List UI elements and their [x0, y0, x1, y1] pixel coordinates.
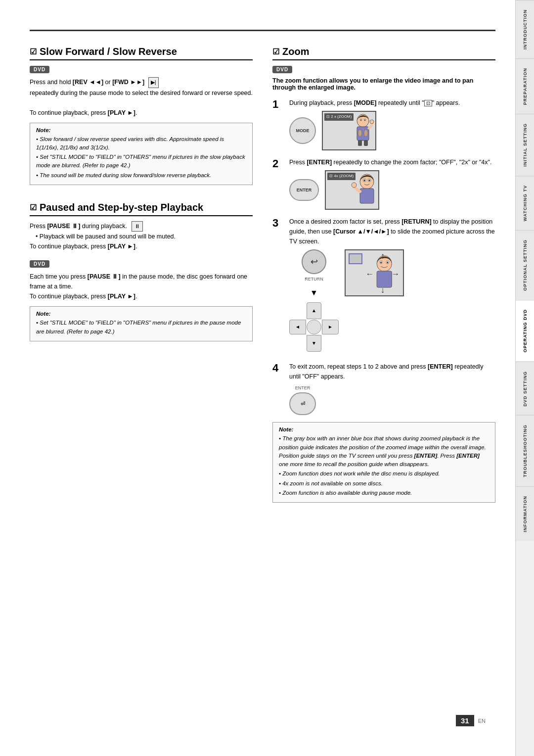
sidebar-tab-operating-dvd: OPERATING DVD	[516, 300, 534, 361]
slow-forward-section: ☑ Slow Forward / Slow Reverse DVD Press …	[30, 46, 253, 185]
sidebar-tab-optional-setting: OPTIONAL SETTING	[516, 230, 534, 300]
paused-p3: Each time you press [PAUSE ⏸] in the pau…	[30, 272, 253, 291]
nav-center	[307, 320, 321, 334]
zoom-screen-1: ⊡ 2 x (ZOOM)	[322, 111, 376, 150]
step-3-screen: ← → ↑ ↓	[345, 249, 404, 296]
paused-bullet1: • Playback will be paused and sound will…	[30, 232, 253, 241]
paused-p1: Press [PAUSE ⏸] during playback. ⏸	[30, 221, 253, 232]
zoom-screen-2: ⊡ 4x (ZOOM)	[325, 170, 379, 210]
sidebar-tab-introduction: INTRODUCTION	[516, 0, 534, 58]
paused-body2: Each time you press [PAUSE ⏸] in the pau…	[30, 272, 253, 301]
character-3: ← → ↑ ↓	[361, 253, 403, 295]
slow-forward-p2: repeatedly during the pause mode to sele…	[30, 88, 253, 98]
return-icon: ↩	[311, 255, 318, 269]
svg-point-23	[387, 262, 388, 264]
fwd-icon-indicator: ▶|	[148, 77, 159, 88]
zoom-note-3: • 4x zoom is not available on some discs…	[279, 479, 489, 488]
paused-p4: To continue playback, press [PLAY ►].	[30, 291, 253, 301]
zoom-title: ☑ Zoom	[272, 46, 495, 60]
mode-button: MODE	[289, 117, 316, 144]
zoom-note: Note: • The gray box with an inner blue …	[272, 422, 495, 503]
step-3-images: ↩ RETURN ▼ ▲ ▼	[289, 249, 495, 355]
step-2-content: Press [ENTER] repeatedly to change the z…	[289, 157, 495, 210]
pause-icon-indicator: ⏸	[132, 221, 143, 232]
zoom-step-4: 4 To exit zoom, repeat steps 1 to 2 abov…	[272, 362, 495, 415]
step-2-images: ENTER ⊡ 4x (ZOOM)	[289, 170, 495, 210]
svg-text:→: →	[391, 269, 400, 279]
svg-point-9	[364, 119, 365, 121]
svg-rect-12	[360, 189, 374, 203]
enter-btn-container-2: ENTER	[289, 179, 319, 201]
zoom-step-3: 3 Once a desired zoom factor is set, pre…	[272, 217, 495, 355]
zoom-title-text: Zoom	[282, 46, 309, 57]
slow-forward-p3: To continue playback, press [PLAY ►].	[30, 108, 253, 118]
enter-button-4: ⏎	[289, 392, 316, 415]
right-sidebar: INTRODUCTION PREPARATION INITIAL SETTING…	[515, 0, 534, 756]
paused-note-1: • Set "STILL MODE" to "FIELD" in "OTHERS…	[36, 319, 246, 336]
nav-down: ▼	[307, 335, 321, 352]
svg-point-8	[360, 119, 361, 121]
paused-title-text: Paused and Step-by-step Playback	[40, 202, 203, 213]
step-1-text: During playback, press [MODE] repeatedly…	[289, 98, 495, 108]
page-number: 31	[456, 715, 474, 726]
zoom-note-2: • Zoom function does not work while the …	[279, 470, 489, 478]
enter-button-2: ENTER	[289, 179, 319, 201]
step-3-number: 3	[272, 217, 281, 230]
nav-right: ►	[322, 320, 339, 334]
step-2-screen: ⊡ 4x (ZOOM)	[325, 170, 379, 210]
mode-btn-container: MODE	[289, 117, 316, 144]
svg-text:←: ←	[365, 269, 374, 279]
sidebar-tab-dvd-setting: DVD SETTING	[516, 362, 534, 416]
paused-body: Press [PAUSE ⏸] during playback. ⏸ • Pla…	[30, 221, 253, 252]
main-content: ☑ Slow Forward / Slow Reverse DVD Press …	[0, 0, 515, 756]
checkbox-icon: ☑	[30, 47, 37, 56]
zoom-step-2: 2 Press [ENTER] repeatedly to change the…	[272, 157, 495, 210]
nav-left: ◄	[289, 320, 306, 334]
slow-forward-note-1: • Slow forward / slow reverse speed vari…	[36, 135, 246, 152]
svg-text:↓: ↓	[381, 285, 385, 295]
svg-point-3	[364, 130, 368, 137]
zoom-screen-2-label: ⊡ 4x (ZOOM)	[327, 173, 356, 180]
slow-forward-body: Press and hold [REV ◄◄] or [FWD ►►] ▶| r…	[30, 77, 253, 118]
paused-title: ☑ Paused and Step-by-step Playback	[30, 202, 253, 216]
slow-forward-p1: Press and hold [REV ◄◄] or [FWD ►►] ▶|	[30, 77, 253, 88]
paused-dvd-badge: DVD	[30, 260, 49, 268]
top-rule	[30, 30, 495, 31]
svg-rect-4	[358, 140, 362, 146]
down-arrow: ▼	[289, 286, 339, 299]
svg-point-17	[352, 183, 356, 188]
nav-up: ▲	[307, 302, 321, 319]
zoom-note-4: • Zoom function is also available during…	[279, 489, 489, 497]
step-2-number: 2	[272, 157, 281, 170]
slow-forward-note-3: • The sound will be muted during slow fo…	[36, 171, 246, 180]
step-3-controls: ↩ RETURN ▼ ▲ ▼	[289, 249, 339, 355]
return-btn-container: ↩ RETURN	[289, 249, 339, 283]
enter-label-4: ENTER	[295, 384, 311, 391]
zoom-screen-3: ← → ↑ ↓	[345, 249, 404, 296]
zoom-intro: The zoom function allows you to enlarge …	[272, 77, 495, 91]
mode-icon: ⊡	[424, 100, 432, 106]
step-4-number: 4	[272, 362, 281, 375]
slow-forward-note: Note: • Slow forward / slow reverse spee…	[30, 123, 253, 185]
svg-rect-5	[364, 140, 368, 146]
step-1-number: 1	[272, 98, 281, 111]
svg-rect-19	[377, 271, 392, 287]
slow-forward-title-text: Slow Forward / Slow Reverse	[40, 46, 177, 57]
step-4-content: To exit zoom, repeat steps 1 to 2 above …	[289, 362, 495, 415]
left-column: ☑ Slow Forward / Slow Reverse DVD Press …	[30, 46, 253, 705]
zoom-note-1: • The gray box with an inner blue box th…	[279, 434, 489, 469]
sidebar-tab-preparation: PREPARATION	[516, 58, 534, 114]
zoom-note-title: Note:	[279, 426, 489, 432]
page-language: EN	[478, 718, 486, 724]
nav-cross: ▲ ▼ ◄ ►	[289, 302, 339, 352]
paused-section: ☑ Paused and Step-by-step Playback Press…	[30, 196, 253, 341]
position-guide	[349, 253, 362, 264]
zoom-step-1: 1 During playback, press [MODE] repeated…	[272, 98, 495, 150]
svg-point-22	[380, 262, 382, 264]
step-3-content: Once a desired zoom factor is set, press…	[289, 217, 495, 355]
svg-point-2	[358, 130, 362, 137]
step-4-text: To exit zoom, repeat steps 1 to 2 above …	[289, 362, 495, 381]
step-1-content: During playback, press [MODE] repeatedly…	[289, 98, 495, 150]
paused-note-title: Note:	[36, 311, 246, 317]
slow-forward-title: ☑ Slow Forward / Slow Reverse	[30, 46, 253, 60]
